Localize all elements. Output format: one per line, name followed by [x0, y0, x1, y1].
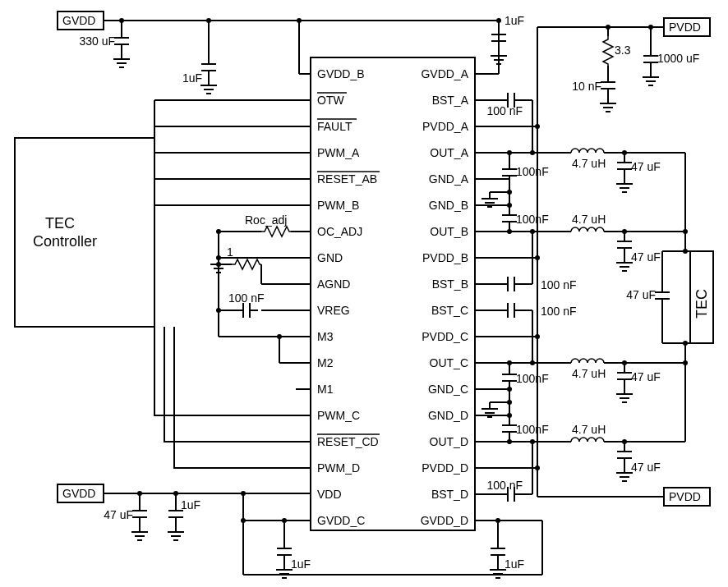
val-cfa: 47 uF	[631, 160, 661, 173]
val-1u-b: 1uF	[505, 14, 524, 27]
rail-gvdd-bot-label: GVDD	[62, 487, 95, 500]
pin-vdd: VDD	[317, 488, 342, 501]
pin-bst-c: BST_C	[431, 304, 468, 317]
svg-point-72	[507, 150, 512, 155]
val-cfc: 47 uF	[631, 370, 661, 383]
val-bstd: 100 nF	[486, 479, 523, 492]
pin-m1: M1	[317, 383, 334, 396]
pin-vreg: VREG	[317, 304, 350, 317]
pin-out-d: OUT_D	[430, 435, 468, 448]
pin-bst-d: BST_D	[431, 488, 468, 501]
svg-point-84	[622, 229, 627, 234]
pin-gvdd-c: GVDD_C	[317, 514, 365, 527]
cap-1u-gvddc	[277, 540, 292, 563]
svg-point-76	[530, 150, 535, 155]
pin-m2: M2	[317, 356, 334, 369]
val-r-snub: 3.3	[615, 44, 631, 57]
cap-out-b	[502, 207, 517, 230]
val-bstb: 100 nF	[541, 278, 577, 291]
inductor-c	[571, 359, 604, 363]
svg-point-104	[507, 360, 512, 365]
tec-controller-block	[15, 138, 154, 327]
val-la: 4.7 uH	[572, 157, 606, 170]
val-bstc: 100 nF	[541, 305, 577, 318]
cap-filt-b	[617, 233, 632, 256]
val-coutd: 100nF	[516, 423, 549, 436]
svg-point-69	[622, 150, 627, 155]
pin-pvdd-c: PVDD_C	[422, 330, 468, 343]
rail-pvdd-top-label: PVDD	[669, 21, 701, 34]
svg-point-51	[297, 18, 302, 23]
val-1u-d: 1uF	[291, 557, 311, 571]
svg-point-60	[535, 124, 540, 129]
cap-filt-c	[617, 365, 632, 388]
tec-controller-label-2: Controller	[33, 233, 97, 250]
svg-point-92	[530, 229, 535, 234]
inductor-d	[571, 438, 604, 442]
val-couta: 100nF	[516, 165, 549, 178]
pin-pvdd-d: PVDD_D	[422, 461, 468, 475]
svg-point-137	[173, 491, 178, 496]
cap-bst-b	[500, 277, 523, 291]
svg-point-95	[622, 360, 627, 365]
val-ld: 4.7 uH	[572, 423, 606, 436]
pin-gnd: GND	[317, 251, 343, 264]
resistor-oc-adj	[261, 227, 291, 236]
svg-point-38	[277, 334, 282, 339]
val-lc: 4.7 uH	[572, 367, 606, 380]
svg-point-107	[507, 400, 512, 405]
svg-point-144	[282, 518, 287, 523]
svg-point-118	[530, 439, 535, 444]
cap-filt-d	[617, 443, 632, 466]
pin-gnd-d: GND_D	[428, 409, 468, 422]
val-1u-e: 1uF	[505, 557, 524, 571]
pin-gnd-c: GND_C	[428, 383, 468, 396]
svg-point-39	[216, 229, 221, 234]
val-c-vreg: 100 nF	[228, 291, 265, 305]
pin-agnd: AGND	[317, 277, 350, 291]
pin-out-a: OUT_A	[430, 146, 468, 159]
val-roc: Roc_adj	[245, 213, 287, 227]
tec-controller-label-1: TEC	[45, 215, 75, 232]
rail-pvdd-bot-label: PVDD	[669, 490, 701, 503]
svg-point-110	[622, 439, 627, 444]
svg-point-135	[137, 491, 142, 496]
svg-point-46	[206, 18, 211, 23]
svg-point-81	[507, 190, 512, 195]
pin-bst-b: BST_B	[432, 277, 468, 291]
svg-point-121	[683, 229, 688, 234]
cap-out-d	[502, 417, 517, 440]
svg-point-37	[216, 308, 221, 313]
val-coutb: 100nF	[516, 213, 549, 226]
cap-filt-a	[617, 154, 632, 177]
pin-otw: OTW	[317, 94, 344, 107]
svg-point-99	[530, 360, 535, 365]
pin-gvdd-b: GVDD_B	[317, 67, 365, 80]
cap-pvdd-bulk	[643, 48, 658, 71]
inductor-a	[571, 149, 604, 153]
svg-point-124	[683, 360, 688, 365]
val-coutc: 100nF	[516, 372, 549, 385]
res-snub	[603, 36, 613, 66]
pin-gvdd-a: GVDD_A	[421, 67, 468, 80]
cap-1u-gvddb	[201, 56, 216, 79]
pin-m3: M3	[317, 330, 334, 343]
val-cfd: 47 uF	[631, 461, 661, 474]
cap-vreg	[235, 303, 258, 318]
val-bsta: 100 nF	[486, 104, 523, 117]
val-1u-c: 1uF	[181, 498, 200, 511]
val-330u: 330 uF	[79, 34, 115, 48]
pin-reset-ab: RESET_AB	[317, 172, 377, 186]
cap-1u-gvddd	[491, 540, 505, 563]
inductor-b	[571, 227, 604, 232]
pin-out-c: OUT_C	[430, 356, 468, 369]
cap-out-c	[502, 366, 517, 389]
pin-pwm-b: PWM_B	[317, 199, 359, 212]
pin-pwm-d: PWM_D	[317, 461, 360, 475]
pin-gnd-b: GND_B	[429, 199, 468, 212]
cap-bridge	[655, 284, 670, 307]
svg-point-141	[241, 491, 246, 496]
pin-reset-cd: RESET_CD	[317, 435, 379, 448]
svg-point-56	[606, 25, 611, 30]
val-1u-a: 1uF	[182, 71, 202, 85]
